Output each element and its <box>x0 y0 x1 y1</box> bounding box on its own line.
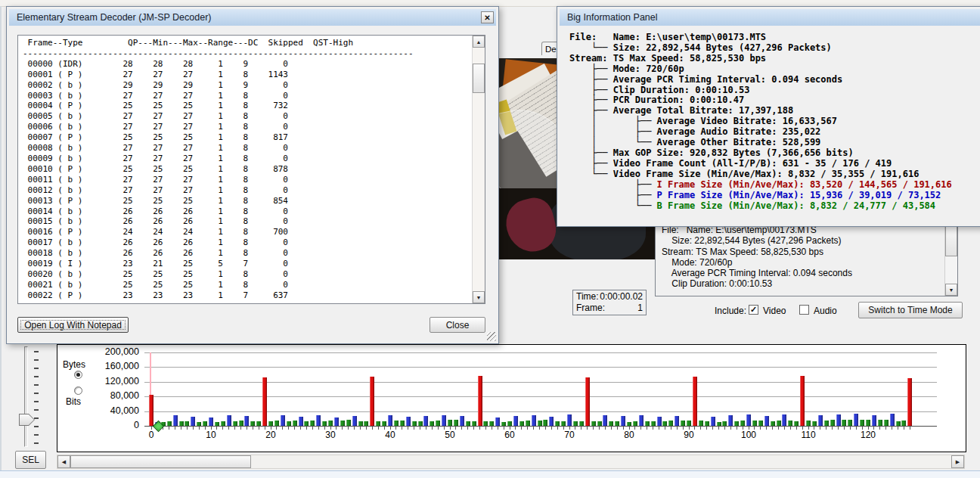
stream-info-scrollbar[interactable]: ▼ <box>944 223 957 296</box>
chart-bar-B <box>215 422 219 426</box>
decoder-log-area[interactable]: Frame--Type QP---Min---Max--Range---DC S… <box>17 35 485 304</box>
x-axis-tick <box>879 427 880 430</box>
x-axis-tick <box>467 427 468 430</box>
chart-bar-B <box>561 421 566 426</box>
slider-tick <box>34 409 39 411</box>
scroll-up-button[interactable]: ▲ <box>473 36 485 48</box>
big-information-panel-titlebar[interactable]: Big Information Panel <box>560 9 980 26</box>
chart-bar-P <box>227 415 231 426</box>
x-axis-tick <box>414 427 414 430</box>
decoder-scrollbar[interactable]: ▲ ▼ <box>472 36 485 303</box>
chart-bar-P <box>495 417 500 426</box>
x-axis-tick <box>718 427 719 430</box>
big-information-panel-title: Big Information Panel <box>567 12 658 23</box>
chart-bar-B <box>239 421 243 426</box>
scroll-down-button[interactable]: ▼ <box>473 291 485 303</box>
chart-bar-B <box>179 421 184 426</box>
chart-bar-I <box>907 378 912 426</box>
x-axis-tick <box>312 427 313 430</box>
chart-bar-P <box>675 416 679 426</box>
chart-bar-B <box>376 421 380 426</box>
chart-bar-B <box>304 421 309 426</box>
x-axis-tick <box>640 427 641 430</box>
include-video-checkbox[interactable]: ✓ <box>749 305 758 315</box>
scroll-down-icon: ▼ <box>949 287 954 293</box>
include-audio-label: Audio <box>814 306 837 316</box>
x-axis-tick <box>181 427 181 430</box>
chart-bar-P <box>334 417 339 426</box>
x-axis-tick-label: 90 <box>676 430 702 440</box>
chart-bar-B <box>358 421 363 426</box>
chart-bar-B <box>842 420 846 426</box>
open-log-button[interactable]: Open Log With Notepad <box>17 317 129 333</box>
chart-bar-B <box>543 420 547 426</box>
scroll-left-button[interactable]: ◀ <box>57 455 70 468</box>
x-axis-tick <box>873 427 874 430</box>
y-axis-tick-label: 0 <box>64 420 139 430</box>
chart-bar-B <box>573 421 578 426</box>
sel-button[interactable]: SEL <box>15 451 46 469</box>
app-window: De Time: 0:00:00.02 Frame: 1 File: Name:… <box>0 0 980 478</box>
x-axis-tick <box>527 427 528 430</box>
decoder-titlebar[interactable]: Elementary Stream Decoder (JM-SP Decoder… <box>9 9 496 26</box>
chart-bar-P <box>890 414 895 426</box>
chart-bar-B <box>705 421 709 426</box>
x-axis-tick <box>169 427 169 430</box>
chart-bar-P <box>423 416 428 426</box>
x-axis-tick <box>461 427 462 430</box>
x-axis-tick <box>408 427 408 430</box>
zoom-slider-handle[interactable] <box>19 414 35 426</box>
x-axis-tick <box>575 427 575 430</box>
x-axis-tick <box>724 427 725 430</box>
chart-bar-B <box>538 421 542 426</box>
x-axis-tick <box>306 427 307 430</box>
slider-tick <box>34 368 39 369</box>
x-axis-tick <box>234 427 235 430</box>
x-axis-tick <box>700 427 701 430</box>
chart-bar-P <box>460 416 464 426</box>
scrollbar-thumb[interactable] <box>945 223 957 256</box>
x-axis-tick <box>581 427 581 430</box>
x-axis-tick <box>247 427 247 430</box>
chart-bar-B <box>185 421 189 426</box>
decoder-title: Elementary Stream Decoder (JM-SP Decoder… <box>17 12 212 23</box>
x-axis-tick-label: 80 <box>616 430 642 440</box>
x-axis-tick-label: 100 <box>736 430 761 440</box>
chart-bar-P <box>836 414 841 426</box>
chart-bar-B <box>884 420 889 426</box>
x-axis-tick <box>605 427 606 430</box>
scrollbar-thumb[interactable] <box>473 64 485 93</box>
slider-tick <box>34 434 39 436</box>
chart-bar-B <box>591 421 596 426</box>
x-axis-tick <box>885 427 886 430</box>
x-axis-tick <box>599 427 600 430</box>
x-axis-tick <box>694 427 695 430</box>
chart-horizontal-scrollbar[interactable]: ◀ ▶ <box>57 455 965 469</box>
slider-tick <box>34 401 39 402</box>
x-axis-tick <box>647 427 647 430</box>
include-audio-checkbox[interactable] <box>799 305 809 315</box>
chart-plot-area[interactable]: 0102030405060708090100110120 <box>144 345 961 452</box>
chart-bar-P <box>728 415 733 426</box>
chart-bar-B <box>436 421 440 426</box>
x-axis-tick <box>276 427 277 430</box>
close-button[interactable]: Close <box>430 317 485 333</box>
scroll-right-button[interactable]: ▶ <box>951 455 964 468</box>
chart-bar-P <box>352 416 357 426</box>
scrollbar-thumb[interactable] <box>70 455 251 468</box>
x-axis-tick <box>228 427 229 430</box>
x-axis-tick-label: 10 <box>198 430 224 440</box>
x-axis-tick <box>366 427 367 430</box>
scroll-down-button[interactable]: ▼ <box>945 284 957 296</box>
x-axis-tick <box>539 427 540 430</box>
x-axis-tick <box>611 427 612 430</box>
resize-grip-icon[interactable] <box>487 332 496 341</box>
chart-bar-B <box>489 421 494 426</box>
x-axis-tick <box>348 427 349 430</box>
chart-bar-P <box>299 417 303 426</box>
x-axis-tick <box>551 427 552 430</box>
zoom-slider-track[interactable] <box>24 346 28 447</box>
switch-to-time-mode-button[interactable]: Switch to Time Mode <box>858 302 963 318</box>
time-frame-box: Time: 0:00:00.02 Frame: 1 <box>572 290 647 315</box>
decoder-close-button[interactable]: ✕ <box>481 11 494 23</box>
